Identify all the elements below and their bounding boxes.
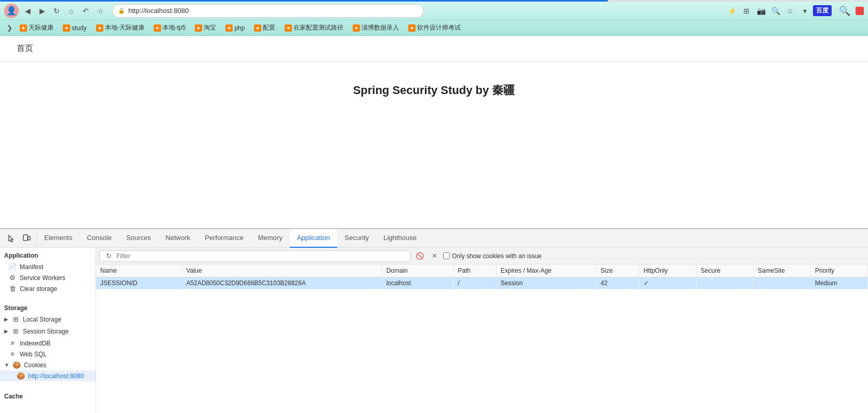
col-size[interactable]: Size — [596, 264, 639, 277]
tab-lighthouse[interactable]: Lighthouse — [376, 229, 424, 248]
cookie-clear-button[interactable]: 🚫 — [414, 250, 425, 262]
tab-elements[interactable]: Elements — [37, 229, 79, 248]
col-expires[interactable]: Expires / Max-Age — [496, 264, 596, 277]
nav-home[interactable]: 首页 — [10, 39, 39, 58]
tab-security[interactable]: Security — [337, 229, 376, 248]
star-button[interactable]: ☆ — [95, 5, 106, 17]
home-button[interactable]: ⌂ — [65, 5, 77, 17]
table-cell — [753, 277, 810, 289]
url-text: http://localhost:8080 — [128, 7, 189, 15]
bookmark-label-local-tianji: 本地-天际健康 — [105, 23, 144, 32]
sidebar-item-session-storage[interactable]: ▶ ⊞ Session Storage — [0, 326, 96, 337]
bookmark-icon-zibo: ★ — [353, 24, 360, 32]
devtools-select-icon[interactable] — [5, 232, 19, 245]
cookie-toolbar: ↻ 🚫 ✕ Only show cookies with an issue — [96, 248, 868, 264]
filter-refresh-icon[interactable]: ↻ — [103, 250, 114, 262]
cookie-filter-input[interactable] — [116, 252, 407, 260]
sidebar-section-storage: Storage — [0, 300, 96, 314]
screenshot-icon[interactable]: 📷 — [755, 5, 767, 17]
cookie-issue-label: Only show cookies with an issue — [452, 252, 542, 260]
sidebar-item-service-workers[interactable]: ⚙ Service Workers — [0, 272, 96, 283]
sidebar-item-local-storage[interactable]: ▶ ⊞ Local Storage — [0, 314, 96, 325]
local-storage-icon: ⊞ — [11, 315, 20, 323]
tab-network[interactable]: Network — [158, 229, 198, 248]
tab-performance[interactable]: Performance — [197, 229, 250, 248]
bookmark-home-config[interactable]: ★ 在家配置测试路径 — [281, 22, 348, 33]
webpage-title-text: Spring Security Study by 秦疆 — [353, 84, 515, 97]
forward-button[interactable]: ▶ — [36, 5, 48, 17]
table-cell: localhost — [382, 277, 453, 289]
cookie-filter-box: ↻ — [99, 250, 411, 262]
chevron-down-icon[interactable]: ▾ — [798, 5, 811, 17]
col-samesite[interactable]: SameSite — [753, 264, 810, 277]
reload-button[interactable]: ↻ — [51, 5, 62, 17]
table-cell — [696, 277, 753, 289]
col-name[interactable]: Name — [96, 264, 182, 277]
sidebar-item-cookies-label: Cookies — [24, 362, 46, 369]
sidebar-item-manifest-label: Manifest — [20, 263, 43, 271]
bookmarks-bar: ❯ ★ 天际健康 ★ study ★ 本地-天际健康 ★ 本地-tp5 ★ 淘宝… — [0, 20, 868, 36]
websql-icon: ≡ — [8, 350, 17, 358]
cookie-delete-button[interactable]: ✕ — [429, 250, 440, 262]
bookmark-icon-local-tianji: ★ — [96, 24, 103, 32]
bookmark-taobao[interactable]: ★ 淘宝 — [191, 22, 220, 33]
devtools-device-icon[interactable] — [20, 232, 33, 245]
lightning-icon[interactable]: ⚡ — [726, 5, 738, 17]
tab-sources[interactable]: Sources — [119, 229, 158, 248]
sidebar-group-local-storage: ▶ ⊞ Local Storage — [0, 314, 96, 325]
sidebar-item-local-storage-label: Local Storage — [23, 316, 61, 323]
bookmark-label-study: study — [72, 24, 87, 32]
cookies-icon: 🍪 — [12, 361, 21, 369]
bookmark-icon-software: ★ — [408, 24, 416, 32]
sidebar-item-manifest[interactable]: 📄 Manifest — [0, 261, 96, 272]
undo-button[interactable]: ↶ — [80, 5, 91, 17]
bookmark-local-tianji[interactable]: ★ 本地-天际健康 — [92, 22, 149, 33]
sidebar-item-indexeddb[interactable]: ≡ IndexedDB — [0, 338, 96, 349]
sidebar-item-localhost[interactable]: 🍪 http://localhost:8080 — [0, 370, 96, 381]
bookmark-icon-tianji: ★ — [20, 24, 27, 32]
bookmark-tianji[interactable]: ★ 天际健康 — [16, 22, 58, 33]
sidebar-toggle[interactable]: ❯ — [4, 23, 15, 33]
bookmark-config[interactable]: ★ 配置 — [250, 22, 279, 33]
bookmark-icon-config: ★ — [254, 24, 261, 32]
extension-icon[interactable] — [856, 7, 864, 15]
browser-search-button[interactable]: 🔍 — [839, 5, 850, 17]
cookie-table-header-row: Name Value Domain Path Expires / Max-Age… — [96, 264, 868, 277]
col-httponly[interactable]: HttpOnly — [639, 264, 696, 277]
sidebar-item-clear-storage-label: Clear storage — [20, 285, 57, 292]
table-row[interactable]: JSESSIONIDA52AD8050C32D9D666B5C3103B2882… — [96, 277, 868, 289]
sidebar-item-clear-storage[interactable]: 🗑 Clear storage — [0, 283, 96, 294]
zoom-icon[interactable]: 🔍 — [769, 5, 782, 17]
svg-rect-0 — [23, 235, 28, 241]
bookmark-study[interactable]: ★ study — [59, 23, 91, 33]
devtools-main: ↻ 🚫 ✕ Only show cookies with an issue — [96, 248, 868, 413]
tab-application[interactable]: Application — [290, 229, 338, 248]
sidebar-item-localhost-label: http://localhost:8080 — [28, 372, 84, 380]
bookmark-label-local-tp5: 本地-tp5 — [163, 23, 186, 32]
url-bar[interactable]: 🔒 http://localhost:8080 — [112, 4, 424, 18]
tab-memory[interactable]: Memory — [251, 229, 290, 248]
apps-icon[interactable]: ⊞ — [740, 5, 753, 17]
col-secure[interactable]: Secure — [696, 264, 753, 277]
bookmark-php[interactable]: ★ php — [221, 23, 249, 33]
bookmark-zibo[interactable]: ★ 淄博数据录入 — [349, 22, 403, 33]
cookie-issue-filter[interactable]: Only show cookies with an issue — [443, 252, 542, 260]
back-button[interactable]: ◀ — [22, 5, 33, 17]
cookie-issue-checkbox[interactable] — [443, 252, 450, 259]
col-path[interactable]: Path — [453, 264, 497, 277]
sidebar-item-cookies[interactable]: ▼ 🍪 Cookies — [0, 359, 96, 370]
tab-console[interactable]: Console — [79, 229, 119, 248]
col-value[interactable]: Value — [182, 264, 382, 277]
col-priority[interactable]: Priority — [810, 264, 867, 277]
bookmark-label-home-config: 在家配置测试路径 — [293, 23, 343, 32]
bookmark-software[interactable]: ★ 软件设计师考试 — [404, 22, 465, 33]
col-domain[interactable]: Domain — [382, 264, 453, 277]
baidu-logo[interactable]: 百度 — [813, 5, 832, 16]
webpage-content: Spring Security Study by 秦疆 — [0, 62, 868, 119]
sidebar-item-websql[interactable]: ≡ Web SQL — [0, 349, 96, 359]
star-empty-icon[interactable]: ☆ — [784, 5, 796, 17]
avatar[interactable]: 👤 — [4, 4, 19, 18]
chevron-right-icon: ▶ — [4, 316, 8, 322]
bookmark-local-tp5[interactable]: ★ 本地-tp5 — [150, 22, 190, 33]
bookmark-icon-taobao: ★ — [195, 24, 202, 32]
